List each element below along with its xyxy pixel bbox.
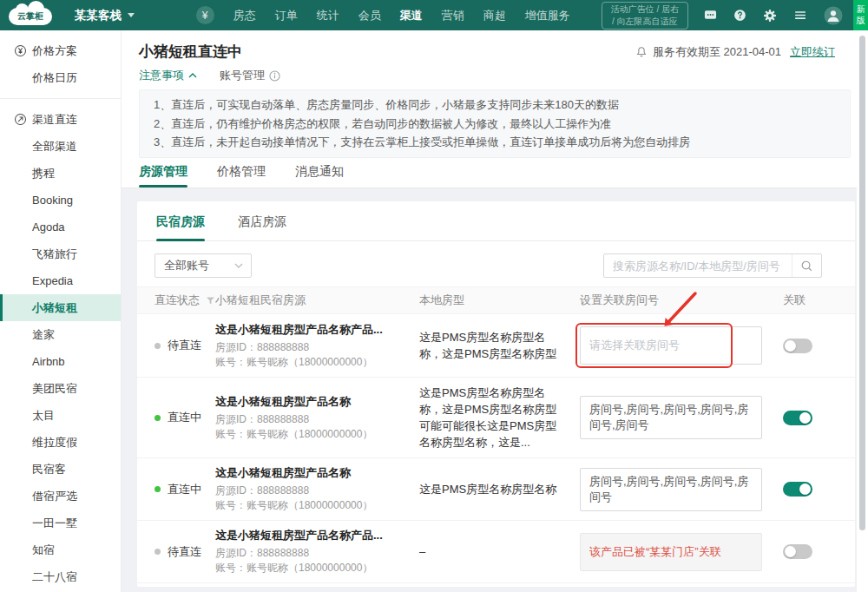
main-tab-1[interactable]: 价格管理 <box>217 164 266 187</box>
currency-icon[interactable]: ¥ <box>196 6 214 24</box>
sidebar-item[interactable]: 小猪短租 <box>0 294 121 321</box>
topnav-item-5[interactable]: 营销 <box>442 8 464 23</box>
account-filter-select[interactable]: 全部账号 <box>155 253 252 278</box>
status-cell: 直连中 <box>155 482 215 497</box>
sidebar-item-label: 维拉度假 <box>32 435 77 451</box>
scrollbar-track <box>857 30 868 592</box>
scrollbar-thumb[interactable] <box>859 36 865 530</box>
room-link-select[interactable]: 房间号,房间号,房间号,房间号,房间号 <box>580 468 762 511</box>
help-icon[interactable] <box>733 9 746 22</box>
sidebar-item[interactable]: 全部渠道 <box>0 133 121 160</box>
topnav-item-4[interactable]: 渠道 <box>400 8 423 23</box>
sidebar-item[interactable]: 一田一墅 <box>0 510 121 536</box>
sidebar-item[interactable]: 太目 <box>0 402 121 429</box>
topnav-item-0[interactable]: 房态 <box>233 8 256 23</box>
sidebar-item[interactable]: Airbnb <box>0 348 121 375</box>
column-header-4: 关联 <box>773 293 838 308</box>
message-icon[interactable] <box>704 9 717 22</box>
subtab-notes[interactable]: 注意事项 <box>139 68 197 83</box>
new-version-badge[interactable]: 新版 <box>853 0 868 30</box>
topnav-item-7[interactable]: 增值服务 <box>525 8 570 23</box>
bell-icon <box>635 46 648 58</box>
property-switcher[interactable]: 某某客栈 <box>75 8 135 23</box>
topnav-item-3[interactable]: 会员 <box>358 8 381 23</box>
sidebar-item[interactable]: 知宿 <box>0 536 121 563</box>
table-row: 待直连这是小猪短租房型产品名称产品...房源ID：888888888账号：账号昵… <box>137 314 855 378</box>
search-icon[interactable] <box>792 254 821 277</box>
sidebar-item-label: 渠道直连 <box>32 112 77 128</box>
sidebar-item-label: 价格方案 <box>32 43 77 59</box>
room-link-select[interactable]: 房间号,房间号,房间号,房间号,房间号,房间号 <box>580 396 762 439</box>
app-logo[interactable]: 云掌柜 <box>9 5 52 26</box>
topbar: 云掌柜 某某客栈 ¥ 房态订单统计会员渠道营销商超增值服务 活动广告位 / 居右… <box>0 0 868 30</box>
column-header-3: 设置关联房间号 <box>580 293 773 308</box>
status-dot <box>155 415 161 421</box>
toggle-cell <box>773 544 838 559</box>
subtab-account-management[interactable]: 账号管理 <box>220 68 280 83</box>
main-tab-2[interactable]: 消息通知 <box>295 164 344 187</box>
card-tab-1[interactable]: 酒店房源 <box>238 214 286 240</box>
local-room-type: 这是PMS房型名称房型名称，这是PMS房型名称房型可能可能很长这是PMS房型名称… <box>419 385 580 451</box>
topnav-item-1[interactable]: 订单 <box>275 8 298 23</box>
room-link-text: 请选择关联房间号 <box>589 338 680 353</box>
sidebar-item[interactable]: 美团民宿 <box>0 375 121 402</box>
sidebar: 价格方案价格日历渠道直连全部渠道携程BookingAgoda飞猪旅行Expedi… <box>0 30 122 592</box>
main-tab-0[interactable]: 房源管理 <box>139 164 187 187</box>
room-link-cell: 房间号,房间号,房间号,房间号,房间号 <box>580 468 773 511</box>
sidebar-item[interactable]: 携程 <box>0 160 121 187</box>
sidebar-item[interactable]: Expedia <box>0 267 121 294</box>
sidebar-item[interactable]: 借宿严选 <box>0 483 121 510</box>
local-room-type: – <box>419 543 580 560</box>
column-header-label: 本地房型 <box>419 293 464 308</box>
property-name: 某某客栈 <box>75 8 122 23</box>
sidebar-item[interactable]: 价格方案 <box>0 37 121 64</box>
renew-link[interactable]: 立即续订 <box>790 44 835 60</box>
product-cell: 这是小猪短租房型产品名称产品...房源ID：888888888账号：账号昵称（1… <box>215 528 419 576</box>
product-name: 这是小猪短租房型产品名称产品... <box>215 322 419 337</box>
sidebar-item[interactable]: 飞猪旅行 <box>0 240 121 267</box>
main-tabs: 房源管理价格管理消息通知 <box>122 164 868 187</box>
sidebar-item[interactable]: Agoda <box>0 214 121 240</box>
sidebar-item[interactable]: 价格日历 <box>0 64 121 91</box>
sidebar-item-label: 小猪短租 <box>32 300 77 316</box>
room-link-text: 房间号,房间号,房间号,房间号,房间号 <box>589 474 753 505</box>
gear-icon[interactable] <box>763 9 777 23</box>
sidebar-item-label: Booking <box>32 194 73 207</box>
link-toggle[interactable] <box>783 411 812 425</box>
link-toggle[interactable] <box>783 482 812 497</box>
sidebar-item-label: 飞猪旅行 <box>32 247 77 262</box>
room-link-disabled-box: 该产品已被“某某门店”关联 <box>580 533 762 571</box>
table-row: 待直连这是小猪短租房型产品名称产品...房源ID：888888888账号：账号昵… <box>137 521 855 583</box>
sidebar-item[interactable]: Booking <box>0 187 121 214</box>
sidebar-item[interactable]: 渠道直连 <box>0 106 121 133</box>
link-toggle[interactable] <box>783 544 812 559</box>
local-room-type: 这是PMS房型名称房型名称，这是PMS房型名称房型 <box>419 329 580 362</box>
account-info: 账号：账号昵称（18000000000） <box>215 561 419 576</box>
account-info: 账号：账号昵称（18000000000） <box>215 427 419 442</box>
topnav-item-6[interactable]: 商超 <box>483 8 506 23</box>
column-header-label: 设置关联房间号 <box>580 293 659 308</box>
info-icon <box>269 70 280 82</box>
sidebar-item-label: Agoda <box>32 220 65 234</box>
room-link-select[interactable]: 请选择关联房间号 <box>580 326 762 365</box>
status-cell: 待直连 <box>155 544 215 560</box>
column-header-1: 小猪短租民宿房源 <box>215 293 419 308</box>
column-header-label: 直连状态 <box>155 293 200 308</box>
sidebar-item[interactable]: 二十八宿 <box>0 563 121 590</box>
status-label: 直连中 <box>168 482 201 497</box>
card-tabs: 民宿房源酒店房源 <box>137 201 855 241</box>
sidebar-item[interactable]: 维拉度假 <box>0 429 121 456</box>
filter-funnel-icon[interactable] <box>206 296 215 306</box>
user-avatar-icon[interactable] <box>824 6 843 25</box>
sidebar-item-label: 太目 <box>32 408 55 424</box>
menu-icon[interactable] <box>793 9 807 22</box>
sidebar-item-label: 价格日历 <box>32 70 77 86</box>
main-content: 小猪短租直连中 服务有效期至 2021-04-01 立即续订 注意事项 账号管理… <box>122 30 868 592</box>
sidebar-item-label: Expedia <box>32 274 73 287</box>
link-toggle[interactable] <box>783 339 812 353</box>
topnav-item-2[interactable]: 统计 <box>317 8 339 23</box>
search-input[interactable] <box>604 254 792 277</box>
card-tab-0[interactable]: 民宿房源 <box>156 214 205 240</box>
sidebar-item[interactable]: 途家 <box>0 321 121 348</box>
sidebar-item[interactable]: 民宿客 <box>0 456 121 483</box>
